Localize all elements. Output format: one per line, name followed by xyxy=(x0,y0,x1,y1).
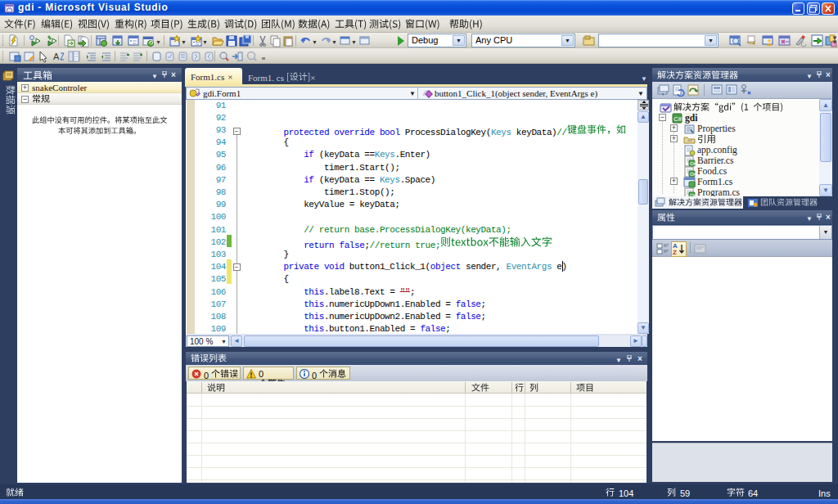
svg-text:A: A xyxy=(53,52,60,61)
svg-text:C#: C# xyxy=(674,115,683,123)
svg-text:Z: Z xyxy=(673,249,677,255)
